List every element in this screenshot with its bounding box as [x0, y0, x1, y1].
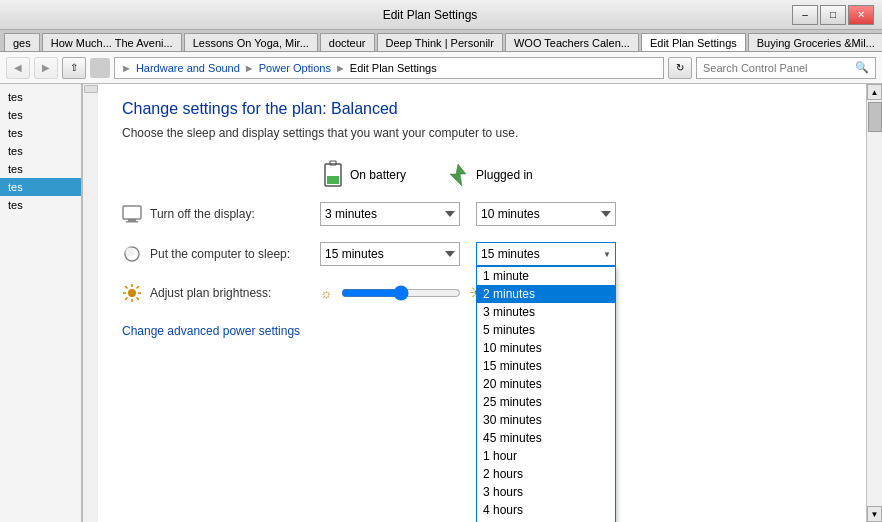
- window-controls: – □ ✕: [792, 5, 874, 25]
- on-battery-label: On battery: [350, 168, 406, 182]
- svg-line-16: [137, 286, 140, 289]
- svg-point-8: [126, 248, 135, 257]
- display-plugged-select[interactable]: 5 minutes 10 minutes 15 minutes Never: [476, 202, 616, 226]
- svg-line-15: [137, 298, 140, 301]
- display-setting-row: Turn off the display: 3 minutes 1 minute…: [122, 202, 842, 226]
- sleep-opt-3min[interactable]: 3 minutes: [477, 303, 615, 321]
- search-box[interactable]: 🔍: [696, 57, 876, 79]
- close-button[interactable]: ✕: [848, 5, 874, 25]
- sun-small-icon: ☼: [320, 285, 333, 301]
- brightness-label: Adjust plan brightness:: [150, 286, 320, 300]
- sleep-battery-select[interactable]: 5 minutes 10 minutes 15 minutes Never: [320, 242, 460, 266]
- sidebar-scrollbar[interactable]: [82, 84, 98, 522]
- page-title: Change settings for the plan: Balanced: [122, 100, 842, 118]
- display-icon: [122, 204, 142, 224]
- display-battery-select[interactable]: 3 minutes 1 minute 5 minutes 10 minutes …: [320, 202, 460, 226]
- brightness-slider[interactable]: [341, 284, 461, 302]
- sleep-opt-1hour[interactable]: 1 hour: [477, 447, 615, 465]
- breadcrumb-power[interactable]: Power Options: [259, 62, 331, 74]
- svg-marker-3: [450, 164, 466, 186]
- forward-button[interactable]: ▶: [34, 57, 58, 79]
- main-scrollbar[interactable]: ▲ ▼: [866, 84, 882, 522]
- minimize-button[interactable]: –: [792, 5, 818, 25]
- svg-rect-4: [123, 206, 141, 219]
- content-inner: Change settings for the plan: Balanced C…: [98, 84, 866, 354]
- plugged-in-header: Plugged in: [446, 160, 533, 190]
- advanced-settings-link[interactable]: Change advanced power settings: [122, 324, 300, 338]
- sidebar-item-1[interactable]: tes: [0, 106, 81, 124]
- sidebar-item-4[interactable]: tes: [0, 160, 81, 178]
- tab-6[interactable]: Edit Plan Settings: [641, 33, 746, 51]
- scroll-track: [867, 100, 882, 506]
- sleep-plugged-dropdown-btn[interactable]: 15 minutes ▼: [476, 242, 616, 266]
- sidebar-item-3[interactable]: tes: [0, 142, 81, 160]
- sidebar-item-5[interactable]: tes: [0, 178, 81, 196]
- back-button[interactable]: ◀: [6, 57, 30, 79]
- sleep-opt-20min[interactable]: 20 minutes: [477, 375, 615, 393]
- sleep-opt-2min[interactable]: 2 minutes: [477, 285, 615, 303]
- home-icon: [90, 58, 110, 78]
- search-input[interactable]: [703, 62, 855, 74]
- sleep-icon: [122, 244, 142, 264]
- on-battery-header: On battery: [322, 160, 406, 190]
- sidebar-item-0[interactable]: tes: [0, 88, 81, 106]
- up-button[interactable]: ⇧: [62, 57, 86, 79]
- tab-7[interactable]: Buying Groceries &Mil...: [748, 33, 882, 51]
- maximize-button[interactable]: □: [820, 5, 846, 25]
- sleep-label: Put the computer to sleep:: [150, 247, 320, 261]
- display-controls: 3 minutes 1 minute 5 minutes 10 minutes …: [320, 202, 616, 226]
- display-label: Turn off the display:: [150, 207, 320, 221]
- title-bar: Edit Plan Settings – □ ✕: [0, 0, 882, 30]
- sleep-opt-2hours[interactable]: 2 hours: [477, 465, 615, 483]
- sleep-controls: 5 minutes 10 minutes 15 minutes Never 15…: [320, 242, 616, 266]
- page-subtitle: Choose the sleep and display settings th…: [122, 126, 842, 140]
- sleep-plugged-dropdown-list: 1 minute 2 minutes 3 minutes 5 minutes 1…: [476, 266, 616, 522]
- breadcrumb-current: Edit Plan Settings: [350, 62, 437, 74]
- svg-rect-6: [126, 221, 138, 223]
- sleep-opt-10min[interactable]: 10 minutes: [477, 339, 615, 357]
- svg-rect-2: [327, 176, 339, 184]
- search-icon: 🔍: [855, 61, 869, 74]
- tab-3[interactable]: docteur: [320, 33, 375, 51]
- scroll-up-btn[interactable]: [84, 85, 98, 93]
- sleep-opt-15min[interactable]: 15 minutes: [477, 357, 615, 375]
- scroll-up-button[interactable]: ▲: [867, 84, 882, 100]
- breadcrumb-sep-0: ►: [121, 62, 132, 74]
- sleep-plugged-current-value: 15 minutes: [481, 247, 540, 261]
- svg-line-17: [125, 298, 128, 301]
- content-panel: Change settings for the plan: Balanced C…: [98, 84, 866, 522]
- main-container: tes tes tes tes tes tes tes Change setti…: [0, 84, 882, 522]
- svg-line-14: [125, 286, 128, 289]
- brightness-icon: [122, 283, 142, 303]
- tab-2[interactable]: Lessons On Yoga, Mir...: [184, 33, 318, 51]
- brightness-slider-container: ☼ ☀: [320, 282, 485, 304]
- sleep-opt-25min[interactable]: 25 minutes: [477, 393, 615, 411]
- tab-bar: ges How Much... The Aveni... Lessons On …: [0, 30, 882, 52]
- sleep-opt-1min[interactable]: 1 minute: [477, 267, 615, 285]
- tab-1[interactable]: How Much... The Aveni...: [42, 33, 182, 51]
- sleep-opt-4hours[interactable]: 4 hours: [477, 501, 615, 519]
- column-headers: On battery Plugged in: [322, 160, 842, 190]
- breadcrumb-sep-2: ►: [335, 62, 346, 74]
- breadcrumb-hardware[interactable]: Hardware and Sound: [136, 62, 240, 74]
- scroll-down-button[interactable]: ▼: [867, 506, 882, 522]
- window-title: Edit Plan Settings: [68, 8, 792, 22]
- battery-icon: [322, 160, 344, 190]
- sleep-setting-row: Put the computer to sleep: 5 minutes 10 …: [122, 242, 842, 266]
- scroll-thumb[interactable]: [868, 102, 882, 132]
- tab-4[interactable]: Deep Think | Personilr: [377, 33, 503, 51]
- sidebar-item-2[interactable]: tes: [0, 124, 81, 142]
- address-bar: ◀ ▶ ⇧ ► Hardware and Sound ► Power Optio…: [0, 52, 882, 84]
- svg-point-9: [128, 289, 136, 297]
- refresh-button[interactable]: ↻: [668, 57, 692, 79]
- sleep-opt-3hours[interactable]: 3 hours: [477, 483, 615, 501]
- sidebar-item-6[interactable]: tes: [0, 196, 81, 214]
- sleep-opt-5min[interactable]: 5 minutes: [477, 321, 615, 339]
- tab-5[interactable]: WOO Teachers Calen...: [505, 33, 639, 51]
- breadcrumb-sep-1: ►: [244, 62, 255, 74]
- sleep-opt-30min[interactable]: 30 minutes: [477, 411, 615, 429]
- breadcrumb: ► Hardware and Sound ► Power Options ► E…: [114, 57, 664, 79]
- plugin-icon: [446, 164, 470, 186]
- tab-0[interactable]: ges: [4, 33, 40, 51]
- sleep-opt-45min[interactable]: 45 minutes: [477, 429, 615, 447]
